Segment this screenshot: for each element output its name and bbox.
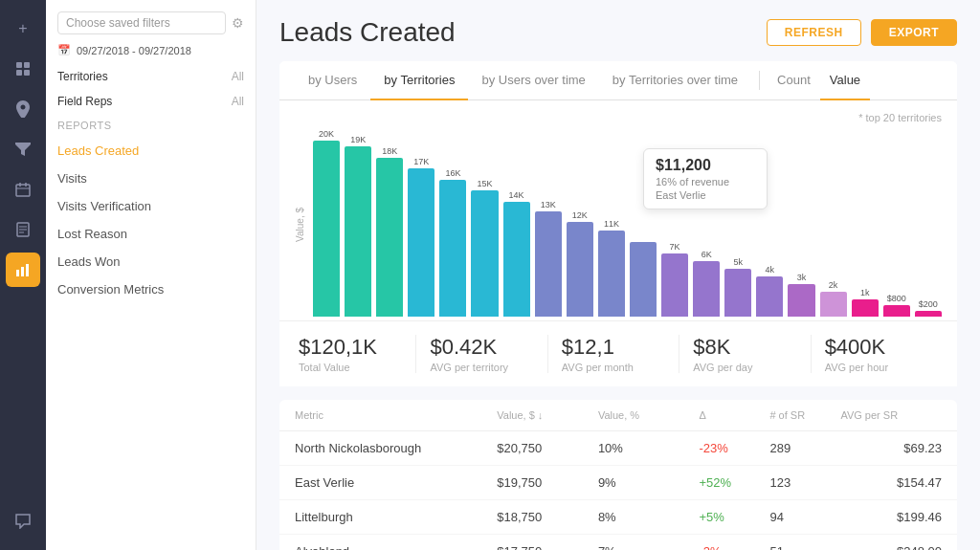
chat-icon[interactable] bbox=[6, 504, 40, 539]
table-row[interactable]: Alvahland$17,7507%-2%51$348.00 bbox=[279, 535, 957, 550]
bar[interactable] bbox=[820, 292, 847, 317]
bar[interactable] bbox=[630, 242, 657, 317]
filter-row: Choose saved filters ⚙ bbox=[46, 11, 256, 34]
export-button[interactable]: EXPORT bbox=[871, 19, 957, 46]
nav-conversion-metrics[interactable]: Conversion Metrics bbox=[46, 275, 256, 303]
bar-label: 13K bbox=[541, 200, 556, 209]
table-row[interactable]: North Nickolasborough$20,75010%-23%289$6… bbox=[279, 431, 957, 466]
bar-group[interactable]: 12K bbox=[567, 129, 593, 317]
calendar-small-icon: 📅 bbox=[57, 44, 71, 56]
bar-group[interactable]: $200 bbox=[915, 129, 942, 317]
main-content: Leads Created REFRESH EXPORT by Users by… bbox=[256, 0, 980, 550]
bar-label: 14K bbox=[509, 190, 524, 200]
bar-label: 5k bbox=[734, 257, 744, 267]
table-row[interactable]: East Verlie$19,7509%+52%123$154.47 bbox=[279, 466, 957, 500]
tab-by-territories[interactable]: by Territories bbox=[370, 61, 468, 100]
bar[interactable] bbox=[471, 190, 498, 317]
calendar-icon[interactable] bbox=[6, 172, 40, 207]
stat-label: AVG per territory bbox=[430, 362, 533, 373]
bar-group[interactable]: $800 bbox=[883, 129, 910, 317]
bar-label: 4k bbox=[766, 265, 775, 275]
refresh-button[interactable]: REFRESH bbox=[767, 19, 861, 46]
bar-group[interactable]: 14K bbox=[503, 129, 530, 317]
filter-icon[interactable] bbox=[6, 132, 40, 166]
tab-count[interactable]: Count bbox=[768, 61, 820, 100]
bar[interactable] bbox=[408, 168, 434, 317]
bar-group[interactable]: 11K bbox=[598, 129, 625, 317]
bar-label: 12K bbox=[572, 210, 588, 220]
bar[interactable] bbox=[883, 305, 910, 317]
bar-group[interactable]: 13K bbox=[535, 129, 562, 317]
field-reps-filter: Field Reps All bbox=[46, 95, 256, 108]
plus-icon[interactable]: + bbox=[6, 11, 40, 46]
svg-rect-2 bbox=[16, 70, 22, 76]
nav-visits[interactable]: Visits bbox=[46, 165, 256, 192]
bar[interactable] bbox=[376, 158, 403, 317]
bar-group[interactable]: 19K bbox=[345, 129, 371, 317]
tab-value[interactable]: Value bbox=[820, 61, 870, 100]
nav-visits-verification[interactable]: Visits Verification bbox=[46, 192, 256, 220]
tooltip-pct: 16% of revenue bbox=[656, 176, 755, 187]
bar[interactable] bbox=[724, 269, 751, 317]
reports-section-label: REPORTS bbox=[46, 120, 256, 131]
bar-label: 15K bbox=[478, 179, 493, 188]
bar[interactable] bbox=[852, 299, 879, 317]
stat-value: $120,1K bbox=[299, 335, 402, 360]
tab-by-users[interactable]: by Users bbox=[295, 61, 370, 100]
chart-tooltip: $11,200 16% of revenue East Verlie bbox=[643, 148, 768, 209]
stat-value: $400K bbox=[825, 335, 928, 360]
bar[interactable] bbox=[503, 202, 530, 317]
saved-filters-select[interactable]: Choose saved filters bbox=[57, 11, 226, 34]
bar[interactable] bbox=[915, 311, 942, 317]
bar[interactable] bbox=[345, 146, 371, 317]
bar-label: 16K bbox=[445, 168, 460, 178]
page-header: Leads Created REFRESH EXPORT bbox=[279, 17, 957, 48]
bar[interactable] bbox=[439, 180, 466, 317]
grid-icon[interactable] bbox=[6, 52, 40, 86]
svg-rect-14 bbox=[26, 264, 29, 276]
bar[interactable] bbox=[693, 261, 720, 317]
bar-group[interactable]: 3k bbox=[788, 129, 814, 317]
tab-by-users-over-time[interactable]: by Users over time bbox=[468, 61, 598, 100]
top-note: * top 20 territories bbox=[295, 112, 942, 123]
territories-filter: Territories All bbox=[46, 70, 256, 83]
location-icon[interactable] bbox=[6, 92, 40, 126]
bar-group[interactable]: 15K bbox=[471, 129, 498, 317]
bar-label: 3k bbox=[797, 273, 807, 282]
nav-leads-created[interactable]: Leads Created bbox=[46, 137, 256, 165]
stat-item: $12,1AVG per month bbox=[548, 335, 679, 373]
table-header-cell: Δ bbox=[700, 409, 770, 421]
header-actions: REFRESH EXPORT bbox=[767, 19, 957, 46]
bar[interactable] bbox=[661, 253, 688, 317]
table-cell: Littelburgh bbox=[295, 510, 497, 524]
bar[interactable] bbox=[567, 222, 593, 317]
tab-by-territories-over-time[interactable]: by Territories over time bbox=[599, 61, 751, 100]
bar[interactable] bbox=[313, 141, 340, 317]
gear-icon[interactable]: ⚙ bbox=[232, 15, 244, 31]
table-row[interactable]: Littelburgh$18,7508%+5%94$199.46 bbox=[279, 500, 957, 535]
chart-icon[interactable] bbox=[6, 253, 40, 287]
data-table: MetricValue, $ ↓Value, %Δ# of SRAVG per … bbox=[279, 400, 957, 550]
nav-lost-reason[interactable]: Lost Reason bbox=[46, 220, 256, 248]
bar-group[interactable]: 17K bbox=[408, 129, 434, 317]
bar[interactable] bbox=[788, 284, 814, 317]
table-header-cell: AVG per SR bbox=[840, 409, 942, 421]
bar[interactable] bbox=[756, 276, 783, 317]
doc-icon[interactable] bbox=[6, 212, 40, 247]
stat-item: $0.42KAVG per territory bbox=[416, 335, 547, 373]
svg-rect-3 bbox=[24, 70, 30, 76]
bar-group[interactable]: 2k bbox=[820, 129, 847, 317]
bar-group[interactable]: 18K bbox=[376, 129, 403, 317]
bar[interactable] bbox=[598, 231, 625, 317]
bar-group[interactable]: 16K bbox=[439, 129, 466, 317]
table-header: MetricValue, $ ↓Value, %Δ# of SRAVG per … bbox=[279, 400, 957, 431]
bar-group[interactable]: 1k bbox=[852, 129, 879, 317]
tooltip-value: $11,200 bbox=[656, 157, 755, 174]
table-cell: 9% bbox=[598, 475, 700, 490]
table-header-cell: # of SR bbox=[769, 409, 840, 421]
table-cell: +52% bbox=[700, 475, 770, 490]
table-cell: $69.23 bbox=[840, 441, 942, 455]
bar-group[interactable]: 20K bbox=[313, 129, 340, 317]
nav-leads-won[interactable]: Leads Won bbox=[46, 248, 256, 275]
bar[interactable] bbox=[535, 211, 562, 317]
